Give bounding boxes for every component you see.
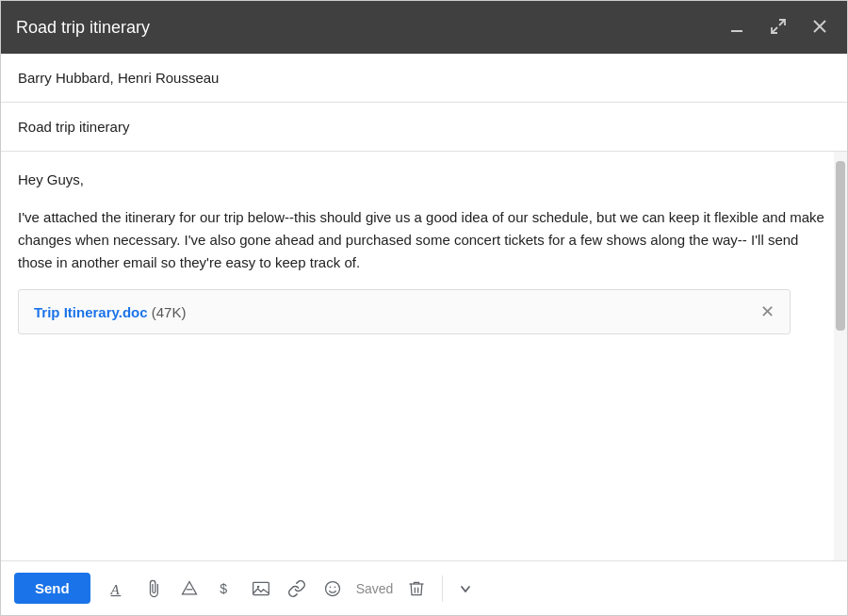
delete-icon — [407, 579, 426, 598]
attach-button[interactable] — [138, 575, 170, 603]
formatting-button[interactable]: A — [102, 575, 134, 603]
link-button[interactable] — [281, 575, 313, 603]
svg-point-12 — [325, 581, 339, 595]
photo-button[interactable] — [245, 575, 277, 603]
minimize-icon — [728, 18, 745, 35]
saved-label: Saved — [356, 581, 394, 596]
to-field[interactable]: Barry Hubbard, Henri Rousseau — [1, 54, 847, 103]
svg-text:A: A — [109, 581, 120, 596]
formatting-icon: A — [108, 579, 127, 598]
maximize-button[interactable] — [766, 16, 791, 40]
svg-point-13 — [329, 586, 331, 588]
toolbar-divider — [442, 575, 443, 602]
close-button[interactable] — [807, 16, 832, 40]
svg-marker-7 — [182, 581, 196, 593]
attachment-remove-button[interactable]: ✕ — [760, 303, 775, 320]
attachment-size: (47K) — [152, 304, 187, 320]
emoji-button[interactable] — [317, 575, 349, 603]
scrollbar[interactable] — [834, 152, 847, 560]
attachment-name[interactable]: Trip Itinerary.doc — [34, 304, 148, 320]
body-paragraph: I've attached the itinerary for our trip… — [18, 206, 830, 274]
drive-button[interactable] — [173, 575, 205, 603]
svg-text:$: $ — [220, 581, 227, 596]
more-options-button[interactable] — [452, 576, 479, 601]
drive-icon — [180, 579, 199, 598]
money-button[interactable]: $ — [209, 575, 241, 603]
subject-field[interactable]: Road trip itinerary — [1, 103, 847, 152]
chevron-down-icon — [458, 581, 473, 596]
body-text: Hey Guys, I've attached the itinerary fo… — [18, 169, 830, 274]
subject-value: Road trip itinerary — [18, 119, 129, 135]
compose-window: Road trip itinerary — [0, 0, 848, 616]
attachment-info: Trip Itinerary.doc (47K) — [34, 304, 186, 320]
attach-icon — [144, 579, 163, 598]
scrollbar-thumb — [836, 161, 845, 331]
body-greeting: Hey Guys, — [18, 169, 830, 191]
emoji-icon — [323, 579, 342, 598]
svg-line-1 — [772, 27, 777, 33]
window-title: Road trip itinerary — [16, 18, 150, 38]
delete-button[interactable] — [400, 575, 432, 603]
money-icon: $ — [216, 579, 235, 598]
link-icon — [287, 579, 306, 598]
titlebar: Road trip itinerary — [1, 1, 847, 54]
minimize-button[interactable] — [725, 16, 749, 40]
attachment-box: Trip Itinerary.doc (47K) ✕ — [18, 289, 791, 334]
svg-point-11 — [257, 585, 260, 588]
maximize-icon — [770, 18, 787, 35]
close-icon — [811, 18, 828, 35]
to-value: Barry Hubbard, Henri Rousseau — [18, 70, 219, 86]
toolbar: Send A $ — [1, 560, 847, 615]
svg-rect-10 — [253, 582, 269, 594]
send-button[interactable]: Send — [14, 573, 90, 604]
body-area[interactable]: Hey Guys, I've attached the itinerary fo… — [1, 152, 847, 560]
svg-point-14 — [334, 586, 335, 588]
titlebar-controls — [725, 16, 832, 40]
photo-icon — [252, 579, 270, 598]
